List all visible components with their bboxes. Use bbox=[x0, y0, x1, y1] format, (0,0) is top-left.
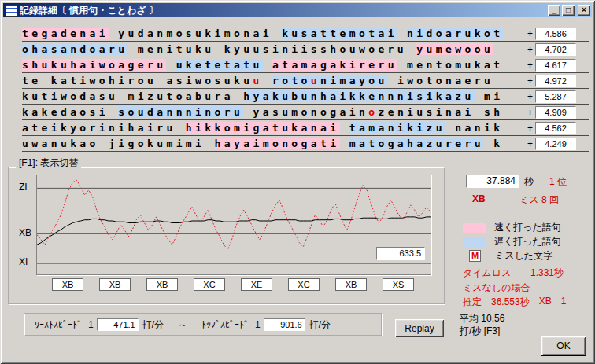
typed-segment: yasumonogain bbox=[243, 106, 368, 118]
y-axis-label-xb: XB bbox=[19, 227, 31, 238]
typed-text: shukuhaiwoageru uketetatu atamagakireru … bbox=[22, 59, 527, 71]
lap-plus-sign: + bbox=[527, 138, 533, 149]
lap-grade-box: XC bbox=[288, 278, 320, 291]
lap-plus-sign: + bbox=[527, 60, 533, 71]
timeloss-label: タイムロス bbox=[463, 267, 511, 280]
timeloss-value: 1.331秒 bbox=[530, 267, 564, 280]
seconds-label: 秒 bbox=[524, 175, 534, 189]
lap-time-box: 4.972 bbox=[535, 75, 576, 87]
typed-segment: ateikyorinihairu bbox=[22, 122, 186, 134]
miss-count-label: ミス 8 回 bbox=[519, 193, 559, 207]
y-axis-label-zi: ZI bbox=[19, 182, 28, 193]
typed-segment-slow: kusattemotai bbox=[282, 28, 397, 39]
timeloss-row: タイムロス 1.331秒 bbox=[463, 267, 564, 280]
estimate-rank: 1 bbox=[561, 296, 567, 309]
speed-range-box: ﾜｰｽﾄｽﾋﾟｰﾄﾞ 1 471.1 打/分 ～ ﾄｯﾌﾟｽﾋﾟｰﾄﾞ 1 90… bbox=[24, 313, 382, 336]
typed-segment-fast: atamagakireru bbox=[272, 59, 397, 71]
estimate-grade: XB bbox=[539, 296, 552, 309]
typed-segment-slow: soudannninoru bbox=[118, 106, 243, 118]
top-speed-box: 901.6 bbox=[264, 318, 305, 331]
rank-label: 1 位 bbox=[549, 175, 567, 189]
lap-grade-box: XE bbox=[241, 278, 272, 291]
typed-segment-slow: roto bbox=[272, 75, 311, 86]
typed-text: ohasandoaru menituku kyuusiniisshouwoeru… bbox=[22, 43, 527, 55]
worst-speed-box: 471.1 bbox=[97, 318, 139, 331]
lap-plus-sign: + bbox=[527, 107, 533, 118]
typed-segment-fast: yumewoou bbox=[416, 43, 493, 55]
lap-plus-sign: + bbox=[527, 75, 533, 86]
typed-segment bbox=[397, 28, 407, 39]
ok-button[interactable]: OK bbox=[541, 336, 586, 355]
typed-segment bbox=[166, 59, 176, 71]
lap-plus-sign: + bbox=[527, 44, 533, 55]
legend-miss: M ミスした文字 bbox=[463, 250, 552, 262]
lap-time-box: 4.702 bbox=[535, 43, 576, 56]
average-speed-line1: 平均 10.56 bbox=[460, 312, 504, 325]
slow-swatch bbox=[463, 237, 486, 247]
top-speed-label: ﾄｯﾌﾟｽﾋﾟｰﾄﾞ bbox=[201, 319, 249, 330]
typing-result-row: shukuhaiwoageru uketetatu atamagakireru … bbox=[22, 57, 589, 73]
typed-segment-slow: ohasandoaru bbox=[22, 43, 128, 55]
close-button[interactable]: × bbox=[578, 5, 590, 16]
miss-mark-box: M bbox=[469, 250, 481, 262]
typed-text: uwanukao jigokumimi hayaimonogati matoga… bbox=[22, 138, 527, 149]
legend-slow-label: 遅く打った語句 bbox=[494, 235, 561, 248]
typed-text: ateikyorinihairu hikkomigatukanai tamani… bbox=[22, 122, 527, 134]
total-time-box: 37.884 bbox=[466, 175, 519, 188]
typed-segment-miss: o bbox=[368, 106, 378, 118]
worst-speed-unit: 打/分 bbox=[142, 318, 164, 332]
legend-miss-label: ミスした文字 bbox=[495, 249, 552, 263]
fast-swatch bbox=[463, 223, 486, 233]
lap-grade-row: XBXBXBXCXEXCXBXS bbox=[36, 278, 430, 291]
estimate-value: 36.553秒 bbox=[491, 296, 530, 309]
typed-segment: zeniusinai sh bbox=[378, 106, 503, 118]
typed-segment-fast: tegadenai bbox=[22, 28, 109, 39]
typed-segment: menituku kyuusiniisshouwoeru bbox=[128, 43, 417, 55]
typing-result-row: tegadenai yudanmosukimonai kusattemotai … bbox=[22, 26, 589, 42]
lap-time-box: 5.287 bbox=[535, 90, 576, 103]
typed-segment-fast: hayaimonogati bbox=[215, 138, 340, 149]
lap-time-box: 4.909 bbox=[535, 106, 576, 119]
typed-text: kakedaosi soudannninoru yasumonogainozen… bbox=[22, 106, 527, 118]
typing-result-row: te katiwohirou asiwosukuu rotounimayou i… bbox=[22, 73, 589, 89]
typed-segment-slow: nimayou bbox=[320, 75, 388, 86]
no-miss-label: ミスなしの場合 bbox=[463, 281, 530, 295]
lap-grade-box: XB bbox=[335, 278, 367, 291]
typed-segment-slow: matogahazureru bbox=[349, 138, 484, 149]
typed-segment-slow: hyakubunhaikkennnisikazu bbox=[243, 90, 474, 102]
legend-fast-label: 速く打った語句 bbox=[494, 221, 561, 234]
estimate-label: 推定 bbox=[463, 296, 482, 309]
typed-segment: nanik bbox=[445, 122, 503, 134]
typed-segment: mi bbox=[475, 90, 504, 102]
record-detail-window: 記録詳細〔 慣用句・ことわざ 〕 _ □ × tegadenai yudanmo… bbox=[0, 0, 595, 364]
typed-segment-slow-miss: u bbox=[311, 75, 320, 86]
lap-grade-box: XB bbox=[146, 278, 178, 291]
lap-time-box: 4.586 bbox=[535, 28, 576, 40]
lap-time-box: 4.562 bbox=[535, 122, 576, 134]
grade-label: XB bbox=[472, 193, 486, 204]
typed-segment: kakedaosi bbox=[22, 106, 118, 118]
typed-segment: te katiwohirou asiwosuku bbox=[22, 75, 253, 86]
worst-speed-rank: 1 bbox=[88, 319, 94, 330]
minimize-button[interactable]: _ bbox=[548, 5, 560, 16]
lap-plus-sign: + bbox=[527, 28, 533, 39]
typing-result-row: uwanukao jigokumimi hayaimonogati matoga… bbox=[22, 136, 589, 152]
typing-result-rows: tegadenai yudanmosukimonai kusattemotai … bbox=[22, 26, 589, 152]
average-speed-line2: 打/秒 [F3] bbox=[460, 325, 500, 338]
typed-segment-slow: uketetatu bbox=[176, 59, 263, 71]
maximize-button[interactable]: □ bbox=[562, 5, 575, 16]
typed-segment: uwanukao jigokumimi bbox=[22, 138, 215, 149]
typing-result-row: ateikyorinihairu hikkomigatukanai tamani… bbox=[22, 120, 589, 136]
typing-result-row: kakedaosi soudannninoru yasumonogainozen… bbox=[22, 105, 589, 120]
lap-grade-box: XB bbox=[99, 278, 131, 291]
top-speed-rank: 1 bbox=[255, 319, 261, 330]
lap-grade-box: XB bbox=[52, 278, 83, 291]
typed-segment-miss: u bbox=[253, 75, 262, 86]
app-icon bbox=[6, 5, 17, 17]
typed-text: te katiwohirou asiwosukuu rotounimayou i… bbox=[22, 75, 527, 86]
typed-segment bbox=[340, 122, 349, 134]
lap-plus-sign: + bbox=[527, 91, 533, 102]
typed-segment: kutiwodasu mizutoabura bbox=[22, 90, 243, 102]
legend-slow: 遅く打った語句 bbox=[463, 236, 561, 248]
replay-button[interactable]: Replay bbox=[395, 319, 444, 337]
